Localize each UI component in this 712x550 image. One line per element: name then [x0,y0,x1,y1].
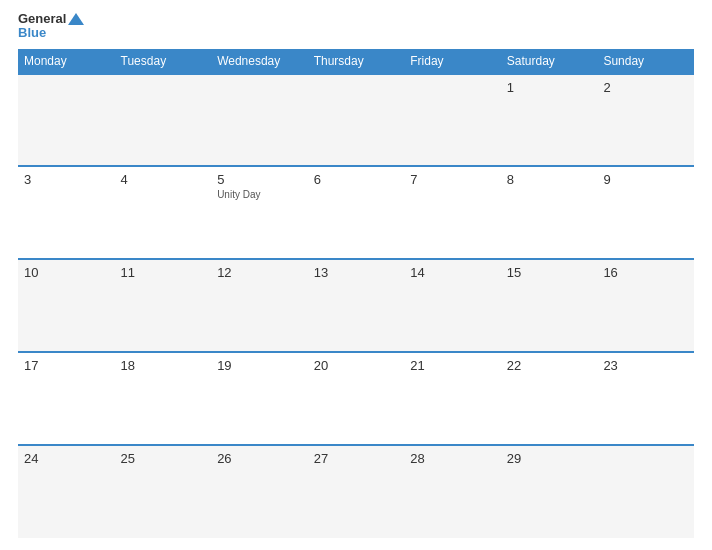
day-number: 1 [507,80,592,95]
calendar-day-cell: 5Unity Day [211,166,308,259]
calendar-day-cell: 7 [404,166,501,259]
day-number: 2 [603,80,688,95]
calendar-day-cell: 8 [501,166,598,259]
day-number: 22 [507,358,592,373]
day-number: 12 [217,265,302,280]
day-number: 25 [121,451,206,466]
calendar-day-cell: 21 [404,352,501,445]
calendar-day-cell: 11 [115,259,212,352]
calendar-day-cell [18,74,115,167]
day-number: 8 [507,172,592,187]
calendar-week-row: 17181920212223 [18,352,694,445]
day-number: 21 [410,358,495,373]
weekday-header-row: MondayTuesdayWednesdayThursdayFridaySatu… [18,49,694,74]
calendar-day-cell: 20 [308,352,405,445]
day-number: 7 [410,172,495,187]
calendar-day-cell: 19 [211,352,308,445]
day-number: 18 [121,358,206,373]
day-number: 10 [24,265,109,280]
day-number: 27 [314,451,399,466]
calendar-week-row: 12 [18,74,694,167]
calendar-table: MondayTuesdayWednesdayThursdayFridaySatu… [18,49,694,538]
calendar-day-cell: 6 [308,166,405,259]
calendar-day-cell [211,74,308,167]
day-number: 4 [121,172,206,187]
calendar-day-cell: 22 [501,352,598,445]
weekday-header-saturday: Saturday [501,49,598,74]
day-number: 14 [410,265,495,280]
logo: General Blue [18,12,84,41]
weekday-header-tuesday: Tuesday [115,49,212,74]
day-number: 13 [314,265,399,280]
weekday-header-sunday: Sunday [597,49,694,74]
day-number: 23 [603,358,688,373]
day-number: 19 [217,358,302,373]
logo-bottom-line: Blue [18,26,84,40]
day-number: 20 [314,358,399,373]
day-number: 24 [24,451,109,466]
calendar-day-cell: 13 [308,259,405,352]
calendar-day-cell: 12 [211,259,308,352]
logo-general-text: General [18,12,66,26]
calendar-day-cell: 14 [404,259,501,352]
calendar-day-cell: 29 [501,445,598,538]
calendar-day-cell: 18 [115,352,212,445]
calendar-day-cell: 15 [501,259,598,352]
day-number: 17 [24,358,109,373]
day-number: 11 [121,265,206,280]
calendar-header: General Blue [18,12,694,41]
calendar-container: General Blue MondayTuesdayWednesdayThurs… [0,0,712,550]
day-number: 29 [507,451,592,466]
calendar-day-cell [597,445,694,538]
calendar-day-cell: 28 [404,445,501,538]
calendar-header-row: MondayTuesdayWednesdayThursdayFridaySatu… [18,49,694,74]
logo-text-block: General Blue [18,12,84,41]
calendar-week-row: 242526272829 [18,445,694,538]
day-number: 28 [410,451,495,466]
holiday-name: Unity Day [217,189,302,200]
calendar-day-cell: 27 [308,445,405,538]
calendar-day-cell: 10 [18,259,115,352]
day-number: 6 [314,172,399,187]
logo-blue-text: Blue [18,25,46,40]
calendar-day-cell [115,74,212,167]
day-number: 26 [217,451,302,466]
day-number: 16 [603,265,688,280]
calendar-day-cell: 9 [597,166,694,259]
calendar-week-row: 10111213141516 [18,259,694,352]
day-number: 3 [24,172,109,187]
weekday-header-thursday: Thursday [308,49,405,74]
calendar-day-cell: 3 [18,166,115,259]
weekday-header-friday: Friday [404,49,501,74]
calendar-day-cell: 23 [597,352,694,445]
calendar-day-cell: 25 [115,445,212,538]
logo-top-line: General [18,12,84,26]
calendar-body: 12345Unity Day67891011121314151617181920… [18,74,694,538]
weekday-header-monday: Monday [18,49,115,74]
calendar-day-cell: 26 [211,445,308,538]
day-number: 15 [507,265,592,280]
calendar-day-cell: 17 [18,352,115,445]
logo-triangle-icon [68,13,84,25]
calendar-day-cell: 16 [597,259,694,352]
calendar-day-cell [404,74,501,167]
weekday-header-wednesday: Wednesday [211,49,308,74]
calendar-day-cell: 4 [115,166,212,259]
calendar-day-cell: 24 [18,445,115,538]
calendar-day-cell: 2 [597,74,694,167]
calendar-day-cell [308,74,405,167]
calendar-week-row: 345Unity Day6789 [18,166,694,259]
day-number: 5 [217,172,302,187]
day-number: 9 [603,172,688,187]
calendar-day-cell: 1 [501,74,598,167]
